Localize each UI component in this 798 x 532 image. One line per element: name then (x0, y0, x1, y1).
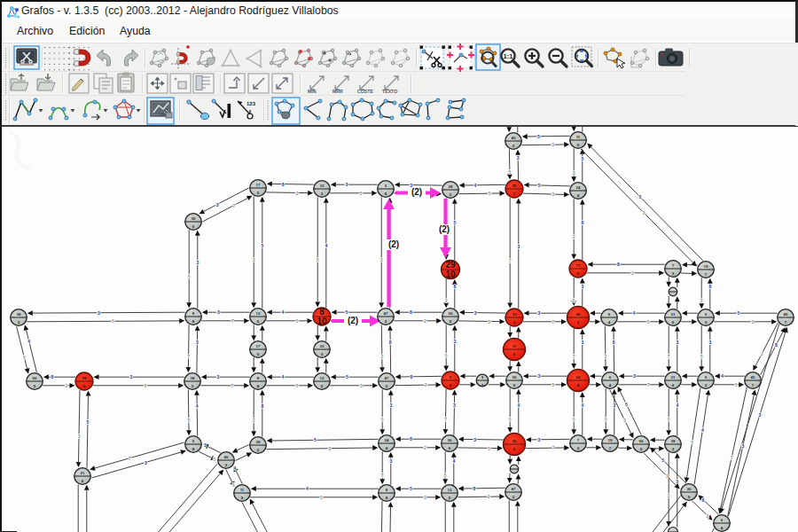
svg-text:45: 45 (512, 184, 517, 188)
svg-text:47: 47 (512, 487, 516, 491)
svg-text:3: 3 (346, 182, 348, 187)
svg-text:5: 5 (552, 382, 555, 387)
svg-text:5: 5 (605, 417, 607, 422)
svg-text:8: 8 (453, 284, 456, 289)
svg-text:5: 5 (537, 134, 540, 139)
svg-text:36: 36 (512, 439, 517, 443)
svg-text:5: 5 (638, 194, 641, 200)
svg-text:8: 8 (261, 403, 263, 409)
svg-text:29: 29 (445, 260, 456, 270)
svg-text:5: 5 (232, 482, 235, 488)
svg-text:2: 2 (296, 191, 299, 196)
svg-text:3: 3 (643, 210, 645, 215)
svg-text:47: 47 (384, 311, 388, 316)
svg-text:3: 3 (380, 257, 383, 262)
svg-text:5: 5 (538, 183, 541, 188)
svg-text:5: 5 (346, 374, 348, 379)
svg-text:5: 5 (489, 319, 491, 325)
svg-text:40: 40 (576, 312, 581, 317)
svg-text:7: 7 (444, 417, 447, 422)
svg-text:4: 4 (517, 403, 520, 408)
svg-text:5: 5 (647, 319, 650, 325)
svg-text:5: 5 (735, 382, 738, 387)
svg-text:5: 5 (700, 354, 703, 359)
svg-text:3: 3 (623, 418, 626, 423)
svg-text:3: 3 (453, 339, 456, 344)
svg-text:3: 3 (581, 284, 583, 289)
svg-text:8: 8 (282, 182, 285, 187)
svg-text:2: 2 (604, 354, 606, 359)
svg-text:24: 24 (576, 375, 581, 379)
svg-text:5: 5 (188, 274, 191, 279)
svg-text:5: 5 (738, 310, 740, 316)
svg-text:5: 5 (296, 383, 299, 388)
svg-text:2: 2 (445, 298, 448, 303)
svg-text:28: 28 (449, 184, 453, 189)
svg-text:5: 5 (676, 479, 678, 484)
svg-text:5: 5 (581, 156, 583, 161)
svg-text:7: 7 (668, 354, 670, 359)
svg-text:8: 8 (702, 497, 705, 503)
svg-text:2: 2 (253, 418, 255, 423)
svg-text:4: 4 (196, 403, 199, 409)
svg-text:30: 30 (512, 375, 517, 379)
svg-text:11: 11 (576, 135, 581, 139)
svg-text:5: 5 (489, 191, 491, 196)
svg-text:3: 3 (217, 309, 220, 315)
svg-text:4: 4 (721, 373, 724, 379)
svg-text:21: 21 (671, 375, 676, 379)
svg-text:50: 50 (639, 439, 644, 443)
svg-text:24: 24 (576, 185, 581, 190)
svg-text:5: 5 (508, 169, 511, 175)
svg-text:5: 5 (453, 220, 456, 225)
svg-text:12: 12 (448, 488, 452, 492)
svg-text:4: 4 (474, 183, 477, 188)
svg-text:7: 7 (552, 319, 555, 325)
svg-text:(2): (2) (411, 187, 422, 197)
svg-text:4: 4 (306, 486, 309, 491)
svg-text:3: 3 (204, 442, 207, 448)
svg-text:8: 8 (410, 309, 412, 315)
svg-text:8: 8 (473, 486, 476, 491)
svg-text:5: 5 (444, 473, 447, 478)
svg-text:8: 8 (613, 340, 615, 345)
svg-text:4: 4 (325, 243, 327, 248)
svg-text:10: 10 (317, 317, 327, 326)
svg-text:7: 7 (129, 456, 131, 461)
svg-text:33: 33 (512, 312, 517, 317)
svg-text:5: 5 (145, 383, 147, 388)
svg-text:MRR: MRR (332, 89, 343, 94)
svg-text:5: 5 (661, 458, 664, 463)
svg-text:7: 7 (381, 473, 384, 478)
svg-text:4: 4 (676, 403, 678, 408)
svg-text:3: 3 (708, 340, 711, 345)
svg-text:3: 3 (196, 340, 199, 345)
svg-text:21: 21 (671, 312, 676, 317)
svg-text:3: 3 (668, 493, 670, 498)
svg-text:3: 3 (216, 202, 219, 207)
svg-text:2: 2 (424, 445, 426, 450)
svg-text:3: 3 (613, 403, 615, 408)
svg-text:5: 5 (445, 353, 448, 358)
svg-text:8: 8 (775, 342, 778, 348)
svg-text:28: 28 (256, 440, 261, 444)
svg-text:5: 5 (314, 437, 317, 442)
svg-text:1:1: 1:1 (504, 52, 513, 60)
svg-text:11: 11 (512, 344, 517, 348)
svg-text:7: 7 (509, 258, 512, 263)
svg-text:30: 30 (449, 311, 453, 316)
svg-text:2: 2 (488, 494, 490, 499)
svg-text:4: 4 (233, 466, 236, 471)
svg-text:2: 2 (761, 351, 763, 356)
svg-text:36: 36 (448, 438, 452, 442)
svg-text:COSTE: COSTE (357, 89, 373, 94)
svg-text:123: 123 (246, 101, 256, 106)
svg-text:TEXTO: TEXTO (382, 89, 397, 94)
svg-text:28: 28 (82, 376, 87, 380)
svg-text:2: 2 (707, 513, 709, 519)
svg-text:5: 5 (625, 402, 628, 407)
svg-text:4: 4 (701, 427, 704, 433)
svg-text:4: 4 (581, 403, 583, 408)
svg-text:8: 8 (51, 374, 54, 379)
svg-text:8: 8 (708, 284, 711, 289)
